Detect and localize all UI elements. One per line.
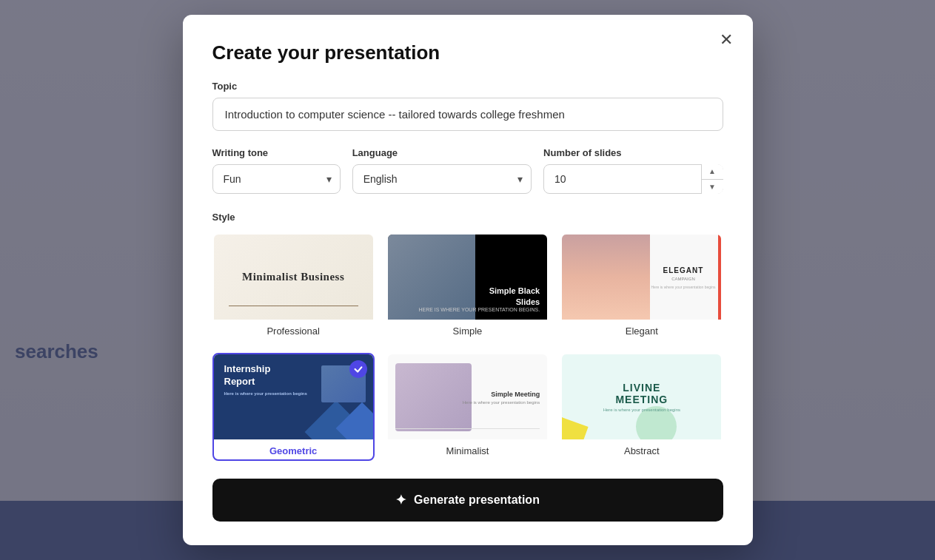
minimalist-thumb-photo bbox=[395, 363, 472, 431]
abstract-thumb-title2: MEETING bbox=[603, 394, 680, 405]
style-thumb-professional: Minimalist Business bbox=[214, 235, 373, 320]
modal-title: Create your presentation bbox=[212, 41, 723, 64]
elegant-thumb-accent bbox=[718, 235, 721, 320]
slides-decrement-button[interactable]: ▼ bbox=[702, 180, 723, 195]
style-name-professional: Professional bbox=[214, 320, 373, 340]
elegant-thumb-content: ELEGANT CAMPAIGN Here is where your pres… bbox=[651, 266, 715, 289]
abstract-thumb-sub: Here is where your presentation begins bbox=[603, 408, 680, 412]
slides-increment-button[interactable]: ▲ bbox=[702, 164, 723, 180]
writing-tone-label: Writing tone bbox=[212, 147, 341, 158]
modal-backdrop: ✕ Create your presentation Topic Writing… bbox=[0, 0, 935, 560]
abstract-thumb-title: LIVINE bbox=[603, 382, 680, 394]
minimalist-thumb-line bbox=[395, 428, 540, 429]
modal-close-button[interactable]: ✕ bbox=[714, 28, 738, 52]
abstract-thumb-text: LIVINE MEETING Here is where your presen… bbox=[603, 382, 680, 412]
writing-tone-group: Writing tone Fun Professional Casual For… bbox=[212, 147, 341, 194]
style-grid: Minimalist Business Professional Simple … bbox=[212, 233, 723, 461]
slides-spinners: ▲ ▼ bbox=[701, 164, 723, 194]
geometric-thumb-sub: Here is where your presentation begins bbox=[224, 391, 307, 397]
style-thumb-abstract: LIVINE MEETING Here is where your presen… bbox=[562, 354, 721, 439]
style-name-geometric: Geometric bbox=[214, 439, 373, 459]
create-presentation-modal: ✕ Create your presentation Topic Writing… bbox=[183, 15, 753, 545]
writing-tone-select[interactable]: Fun Professional Casual Formal bbox=[212, 164, 341, 194]
style-card-simple[interactable]: Simple Black Slides HERE IS WHERE YOUR P… bbox=[386, 233, 549, 341]
simple-thumb-text: Simple Black Slides bbox=[489, 286, 540, 307]
elegant-thumb-sub: CAMPAIGN bbox=[651, 276, 715, 280]
selected-checkmark-badge bbox=[349, 360, 367, 378]
style-name-elegant: Elegant bbox=[562, 320, 721, 340]
writing-tone-select-wrapper: Fun Professional Casual Formal ▾ bbox=[212, 164, 341, 194]
style-card-minimalist[interactable]: Simple Meeting Here is where your presen… bbox=[386, 353, 549, 461]
style-card-professional[interactable]: Minimalist Business Professional bbox=[212, 233, 375, 341]
geometric-thumb-text: Internship Report Here is where your pre… bbox=[224, 363, 307, 397]
professional-thumb-line bbox=[229, 306, 358, 306]
style-card-elegant[interactable]: ELEGANT CAMPAIGN Here is where your pres… bbox=[560, 233, 723, 341]
minimalist-thumb-text: Simple Meeting Here is where your presen… bbox=[463, 390, 540, 404]
style-section-label: Style bbox=[212, 212, 723, 223]
style-name-abstract: Abstract bbox=[562, 439, 721, 459]
language-group: Language English Spanish French German C… bbox=[352, 147, 532, 194]
generate-presentation-button[interactable]: ✦ Generate presentation bbox=[212, 479, 723, 522]
checkmark-icon bbox=[353, 364, 363, 374]
generate-icon: ✦ bbox=[395, 492, 406, 508]
style-thumb-simple: Simple Black Slides HERE IS WHERE YOUR P… bbox=[388, 235, 547, 320]
slides-count-group: Number of slides ▲ ▼ bbox=[543, 147, 723, 194]
elegant-thumb-photo bbox=[562, 235, 649, 320]
language-select[interactable]: English Spanish French German Chinese bbox=[352, 164, 532, 194]
slides-input-wrapper: ▲ ▼ bbox=[543, 164, 723, 194]
simple-thumb-sub: HERE IS WHERE YOUR PRESENTATION BEGINS. bbox=[418, 307, 540, 312]
professional-thumb-text: Minimalist Business bbox=[242, 271, 344, 283]
style-card-geometric[interactable]: Internship Report Here is where your pre… bbox=[212, 353, 375, 461]
style-thumb-minimalist: Simple Meeting Here is where your presen… bbox=[388, 354, 547, 439]
minimalist-thumb-title: Simple Meeting bbox=[463, 390, 540, 397]
topic-field-label: Topic bbox=[212, 81, 723, 92]
slides-number-input[interactable] bbox=[543, 164, 723, 194]
abstract-thumb-rect bbox=[562, 416, 589, 439]
slides-label: Number of slides bbox=[543, 147, 723, 158]
close-icon: ✕ bbox=[720, 30, 733, 50]
language-select-wrapper: English Spanish French German Chinese ▾ bbox=[352, 164, 532, 194]
minimalist-thumb-sub: Here is where your presentation begins bbox=[463, 399, 540, 404]
style-thumb-elegant: ELEGANT CAMPAIGN Here is where your pres… bbox=[562, 235, 721, 320]
form-options-row: Writing tone Fun Professional Casual For… bbox=[212, 147, 723, 194]
topic-input[interactable] bbox=[212, 98, 723, 131]
elegant-thumb-desc: Here is where your presentation begins bbox=[651, 284, 715, 289]
style-thumb-geometric: Internship Report Here is where your pre… bbox=[214, 354, 373, 439]
language-label: Language bbox=[352, 147, 532, 158]
style-card-abstract[interactable]: LIVINE MEETING Here is where your presen… bbox=[560, 353, 723, 461]
style-name-minimalist: Minimalist bbox=[388, 439, 547, 459]
style-name-simple: Simple bbox=[388, 320, 547, 340]
generate-button-label: Generate presentation bbox=[414, 493, 540, 507]
elegant-thumb-title: ELEGANT bbox=[651, 266, 715, 274]
